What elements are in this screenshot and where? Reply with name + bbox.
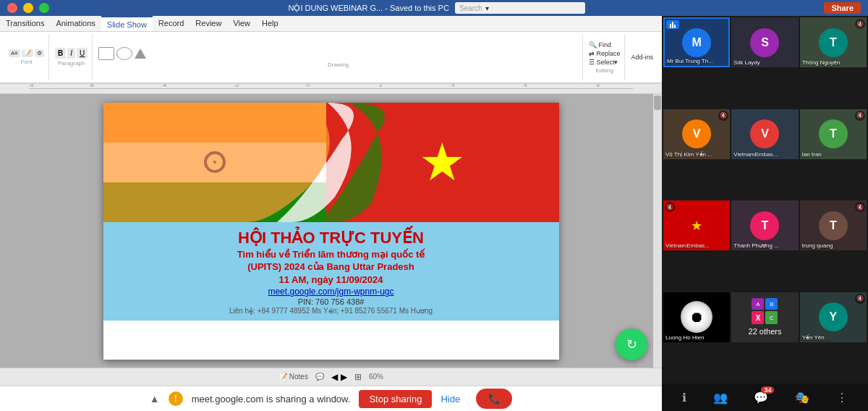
slide-content: HỘI THẢO TRỰC TUYẾN Tìm hiểu về Triển lã…	[103, 222, 559, 321]
participant-tile[interactable]: ★ 🔇 VietnamEmbas...	[663, 200, 730, 250]
participant-name: trung quang	[802, 242, 833, 249]
text-direction-btn[interactable]: A≡	[9, 49, 20, 57]
slide-contact: Liên hệ: +84 9777 48952 Ms Yến; +91 8527…	[118, 307, 545, 315]
close-window-btn[interactable]	[7, 3, 17, 13]
people-icon[interactable]: 👥	[713, 391, 728, 404]
avatar: T	[819, 211, 848, 240]
hide-button[interactable]: Hide	[441, 394, 460, 404]
tab-transitions[interactable]: Transitions	[0, 16, 50, 31]
avatar: V	[682, 119, 711, 148]
meet-float-button[interactable]: ↻	[616, 329, 647, 360]
participant-name: Silk Laydy	[733, 59, 760, 66]
participant-name: Yến Yên	[802, 334, 825, 341]
share-button[interactable]: Share	[824, 2, 861, 14]
maximize-window-btn[interactable]	[39, 3, 49, 13]
stop-sharing-button[interactable]: Stop sharing	[359, 390, 432, 408]
slide-main-title: HỘI THẢO TRỰC TUYẾN	[118, 229, 545, 247]
shape-oval[interactable]	[116, 47, 132, 60]
tab-review[interactable]: Review	[190, 16, 227, 31]
slide-subtitle: Tìm hiểu về Triển lãm thương mại quốc tế…	[118, 249, 545, 274]
convert-smartart-btn[interactable]: ⚙	[35, 49, 44, 57]
chat-notification-badge: 34	[761, 386, 774, 394]
avatar: S	[750, 28, 779, 57]
avatar: T	[750, 211, 779, 240]
sharing-message: meet.google.com is sharing a window.	[192, 394, 351, 404]
participant-tile[interactable]: T Thanh Phương ...	[731, 200, 798, 250]
participants-grid: M Mr Bui Trung Th... S Silk Laydy 🔇 T Th…	[662, 16, 868, 384]
end-call-button[interactable]: 📞	[476, 389, 512, 409]
expand-arrow[interactable]: ▲	[150, 393, 160, 404]
participant-tile[interactable]: 🔇 Y Yến Yên	[800, 292, 867, 342]
minimize-window-btn[interactable]	[23, 3, 33, 13]
more-options-icon[interactable]: ⋮	[836, 391, 848, 404]
tab-view[interactable]: View	[227, 16, 256, 31]
comments-btn[interactable]: 💬	[315, 373, 324, 381]
slide-next-btn[interactable]: ▶	[341, 372, 347, 382]
mute-icon: 🔇	[665, 202, 675, 212]
zoom-level: 60%	[369, 373, 383, 381]
bold-btn[interactable]: B	[55, 48, 66, 59]
participants-panel-bottom: ℹ 👥 💬 34 🎭 ⋮	[662, 384, 868, 411]
participant-tile[interactable]: ⏺ Luong Ho Hien	[663, 292, 730, 342]
mute-icon: 🔇	[855, 202, 865, 212]
slide-pin: PIN: 760 756 438#	[118, 297, 545, 306]
sharing-notification-bar: ▲ ! meet.google.com is sharing a window.…	[0, 385, 662, 411]
avatar: V	[750, 119, 779, 148]
speaking-indicator	[666, 20, 679, 29]
mute-icon: 🔇	[855, 111, 865, 121]
participant-name: Luong Ho Hien	[665, 334, 704, 341]
underline-btn[interactable]: U	[77, 48, 88, 59]
participant-tile[interactable]: 🔇 T Thông Nguyên	[800, 17, 867, 67]
mute-icon: 🔇	[718, 111, 728, 121]
powerpoint-area: Transitions Animations Slide Show Record…	[0, 16, 662, 411]
participant-tile[interactable]: V VietnamEmbas...	[731, 109, 798, 159]
search-bar[interactable]: Search ▾	[455, 2, 585, 14]
ppt-window-chrome: NỘI DUNG WEBINAR G... - Saved to this PC…	[0, 0, 868, 16]
shape-triangle[interactable]	[135, 48, 146, 59]
tab-slideshow[interactable]: Slide Show	[101, 16, 153, 31]
mute-icon: 🔇	[855, 294, 865, 304]
tab-help[interactable]: Help	[256, 16, 284, 31]
italic-btn[interactable]: I	[67, 48, 75, 59]
warning-icon: !	[169, 391, 183, 406]
ribbon-content: A≡ 📝 ⚙ Font B I U Paragraph	[0, 32, 662, 84]
participant-tile[interactable]: 🔇 T trung quang	[800, 200, 867, 250]
tab-animations[interactable]: Animations	[50, 16, 101, 31]
mute-icon: 🔇	[855, 19, 865, 29]
avatar: M	[682, 28, 711, 57]
participant-name: Thanh Phương ...	[733, 242, 778, 249]
select-btn[interactable]: ☰ Select▾	[589, 59, 621, 66]
replace-btn[interactable]: ⇄ Replace	[589, 50, 621, 57]
avatar: T	[819, 119, 848, 148]
participant-tile[interactable]: 🔇 T tan tran	[800, 109, 867, 159]
avatar: Y	[819, 302, 848, 331]
find-btn[interactable]: 🔍 Find	[589, 41, 621, 48]
participant-name: VietnamEmbas...	[665, 242, 710, 249]
ppt-status-bar: 📝 Notes 💬 ◀ ▶ ⊞ 60%	[0, 368, 662, 385]
participant-name: tan tran	[802, 151, 822, 158]
participant-name: Thông Nguyên	[802, 59, 840, 66]
participant-name: VietnamEmbas...	[733, 151, 778, 158]
participant-tile[interactable]: 🔇 V Vũ Thị Kim Yến ...	[663, 109, 730, 159]
info-icon[interactable]: ℹ	[682, 391, 686, 404]
tab-record[interactable]: Record	[153, 16, 190, 31]
align-text-btn[interactable]: 📝	[22, 49, 33, 57]
slide-canvas-area[interactable]: ★ HỘI THẢO TRỰC TUYẾN Tìm hiểu về Triển …	[0, 94, 662, 368]
add-ins-btn[interactable]: Add-ins	[631, 54, 653, 61]
participant-tile[interactable]: M Mr Bui Trung Th...	[663, 17, 730, 67]
slide-link: meet.google.com/jgm-wpnm-ugc	[118, 287, 545, 297]
chat-icon[interactable]: 💬 34	[754, 391, 768, 404]
ribbon-tabs: Transitions Animations Slide Show Record…	[0, 16, 662, 32]
slide-view-btn[interactable]: ⊞	[354, 372, 362, 382]
participant-name: Mr Bui Trung Th...	[667, 58, 713, 64]
participant-tile-others[interactable]: A B X C 22 others	[731, 292, 798, 342]
notes-btn[interactable]: 📝 Notes	[278, 373, 308, 381]
shape-rect[interactable]	[98, 47, 114, 60]
participants-panel: M Mr Bui Trung Th... S Silk Laydy 🔇 T Th…	[662, 16, 868, 411]
avatar: T	[819, 28, 848, 57]
slide-date: 11 AM, ngày 11/09/2024	[118, 274, 545, 285]
slide-prev-btn[interactable]: ◀	[331, 372, 338, 382]
others-count: 22 others	[749, 327, 782, 336]
participant-tile[interactable]: S Silk Laydy	[731, 17, 798, 67]
activities-icon[interactable]: 🎭	[795, 391, 809, 404]
